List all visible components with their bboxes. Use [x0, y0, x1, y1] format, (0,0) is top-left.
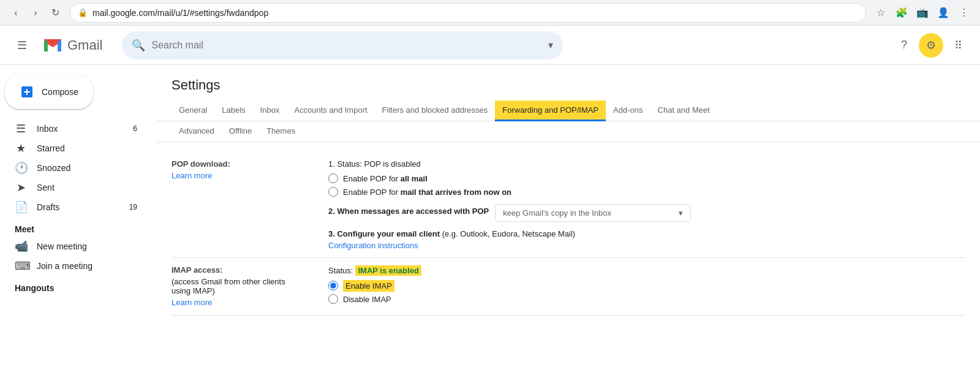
- gmail-logo-icon: [42, 34, 64, 56]
- imap-learn-more-link[interactable]: Learn more: [172, 298, 318, 307]
- sidebar-item-snoozed[interactable]: 🕐 Snoozed: [0, 158, 147, 178]
- sent-label: Sent: [37, 183, 137, 192]
- pop-dropdown-arrow: ▾: [679, 208, 683, 218]
- hangouts-section-label: Hangouts: [0, 276, 157, 295]
- imap-disable-option: Disable IMAP: [328, 294, 965, 304]
- drafts-badge: 19: [129, 203, 137, 211]
- pop-option-all: Enable POP for all mail: [328, 173, 965, 183]
- reload-button[interactable]: ↻: [47, 4, 64, 21]
- cast-button[interactable]: 📺: [914, 4, 931, 21]
- tab-chat[interactable]: Chat and Meet: [650, 101, 717, 121]
- bookmark-button[interactable]: ☆: [872, 4, 889, 21]
- imap-label: IMAP access:: [172, 265, 318, 275]
- sidebar-item-join-meeting[interactable]: ⌨ Join a meeting: [0, 256, 147, 276]
- tab-general[interactable]: General: [172, 101, 214, 121]
- hamburger-menu[interactable]: ☰: [10, 33, 34, 58]
- pop-status: 1. Status: POP is disabled: [328, 159, 965, 169]
- address-bar[interactable]: 🔒 mail.google.com/mail/u/1/#settings/fwd…: [70, 3, 866, 23]
- extension-button[interactable]: 🧩: [893, 4, 910, 21]
- apps-button[interactable]: ⠿: [946, 33, 970, 58]
- imap-label-col: IMAP access: (access Gmail from other cl…: [172, 265, 318, 307]
- sent-icon: ➤: [15, 181, 27, 194]
- tab-offline[interactable]: Offline: [222, 121, 259, 142]
- topbar-right: ? ⚙ ⠿: [892, 33, 970, 58]
- imap-enable-label: Enable IMAP: [343, 281, 394, 290]
- imap-status-label: Status:: [328, 266, 353, 275]
- address-text: mail.google.com/mail/u/1/#settings/fwdan…: [92, 8, 858, 18]
- imap-enable-option: Enable IMAP: [328, 281, 965, 290]
- drafts-icon: 📄: [15, 200, 27, 214]
- help-button[interactable]: ?: [892, 33, 916, 58]
- sidebar-item-drafts[interactable]: 📄 Drafts 19: [0, 197, 147, 217]
- imap-status-row: Status: IMAP is enabled: [328, 265, 965, 276]
- imap-disable-label: Disable IMAP: [343, 295, 391, 304]
- tab-filters[interactable]: Filters and blocked addresses: [375, 101, 496, 121]
- lock-icon: 🔒: [78, 8, 88, 17]
- tab-themes[interactable]: Themes: [259, 121, 303, 142]
- pop-section2-label: 2. When messages are accessed with POP: [328, 207, 489, 216]
- starred-label: Starred: [37, 143, 137, 153]
- pop-dropdown[interactable]: keep Gmail's copy in the Inbox ▾: [495, 204, 691, 222]
- pop-download-row: POP download: Learn more 1. Status: POP …: [172, 152, 965, 258]
- profile-button[interactable]: 👤: [935, 4, 952, 21]
- settings-title: Settings: [157, 65, 980, 101]
- sidebar-item-sent[interactable]: ➤ Sent: [0, 178, 147, 197]
- back-button[interactable]: ‹: [7, 4, 24, 21]
- pop-content: 1. Status: POP is disabled Enable POP fo…: [328, 159, 965, 250]
- new-meeting-label: New meeting: [37, 241, 137, 251]
- settings-tabs-row2: Advanced Offline Themes: [157, 121, 980, 142]
- configure-text: 3. Configure your email client (e.g. Out…: [328, 229, 965, 238]
- pop-label-all: Enable POP for all mail: [343, 174, 428, 183]
- imap-enabled-badge: IMAP is enabled: [355, 265, 421, 276]
- sidebar-item-inbox[interactable]: ☰ Inbox 6: [0, 119, 147, 139]
- browser-actions: ☆ 🧩 📺 👤 ⋮: [872, 4, 973, 21]
- search-icon: 🔍: [132, 39, 145, 52]
- inbox-icon: ☰: [15, 122, 27, 135]
- inbox-badge: 6: [133, 124, 137, 133]
- forward-button[interactable]: ›: [27, 4, 44, 21]
- imap-radio-disable[interactable]: [328, 294, 338, 304]
- browser-nav: ‹ › ↻: [7, 4, 64, 21]
- pop-label-col: POP download: Learn more: [172, 159, 318, 180]
- pop-radio-now[interactable]: [328, 187, 338, 197]
- search-input[interactable]: [151, 40, 542, 51]
- starred-icon: ★: [15, 142, 27, 155]
- new-meeting-icon: 📹: [15, 240, 27, 253]
- compose-plus-icon: [20, 85, 34, 99]
- pop-dropdown-value: keep Gmail's copy in the Inbox: [503, 208, 611, 218]
- menu-button[interactable]: ⋮: [956, 4, 973, 21]
- tab-addons[interactable]: Add-ons: [606, 101, 650, 121]
- join-meeting-icon: ⌨: [15, 259, 27, 273]
- search-dropdown-icon[interactable]: ▾: [548, 39, 553, 51]
- inbox-label: Inbox: [37, 124, 123, 134]
- gmail-logo-text: Gmail: [67, 37, 102, 53]
- compose-button[interactable]: Compose: [5, 75, 93, 109]
- imap-sublabel: (access Gmail from other clients using I…: [172, 277, 318, 295]
- tab-forwarding[interactable]: Forwarding and POP/IMAP: [495, 101, 606, 121]
- snoozed-icon: 🕐: [15, 161, 27, 175]
- pop-option-now: Enable POP for mail that arrives from no…: [328, 187, 965, 197]
- pop-learn-more-link[interactable]: Learn more: [172, 171, 318, 180]
- sidebar: Compose ☰ Inbox 6 ★ Starred 🕐 Snoozed ➤ …: [0, 65, 157, 391]
- imap-content: Status: IMAP is enabled Enable IMAP Disa…: [328, 265, 965, 308]
- tab-accounts[interactable]: Accounts and Import: [287, 101, 374, 121]
- sidebar-item-new-meeting[interactable]: 📹 New meeting: [0, 237, 147, 256]
- gmail-logo: Gmail: [42, 34, 102, 56]
- imap-radio-enable[interactable]: [328, 281, 338, 290]
- settings-button[interactable]: ⚙: [919, 33, 943, 58]
- browser-chrome: ‹ › ↻ 🔒 mail.google.com/mail/u/1/#settin…: [0, 0, 980, 26]
- tab-advanced[interactable]: Advanced: [172, 121, 222, 142]
- compose-label: Compose: [42, 87, 78, 97]
- settings-content: Settings General Labels Inbox Accounts a…: [157, 65, 980, 391]
- config-instructions-link[interactable]: Configuration instructions: [328, 241, 965, 250]
- imap-access-row: IMAP access: (access Gmail from other cl…: [172, 258, 965, 316]
- tab-labels[interactable]: Labels: [214, 101, 252, 121]
- search-bar[interactable]: 🔍 ▾: [122, 31, 563, 59]
- pop-label: POP download:: [172, 159, 318, 169]
- drafts-label: Drafts: [37, 202, 119, 212]
- pop-radio-all[interactable]: [328, 173, 338, 183]
- sidebar-item-starred[interactable]: ★ Starred: [0, 139, 147, 158]
- tab-inbox[interactable]: Inbox: [253, 101, 287, 121]
- main-layout: Compose ☰ Inbox 6 ★ Starred 🕐 Snoozed ➤ …: [0, 65, 980, 391]
- topbar: ☰ Gmail 🔍 ▾ ? ⚙ ⠿: [0, 26, 980, 65]
